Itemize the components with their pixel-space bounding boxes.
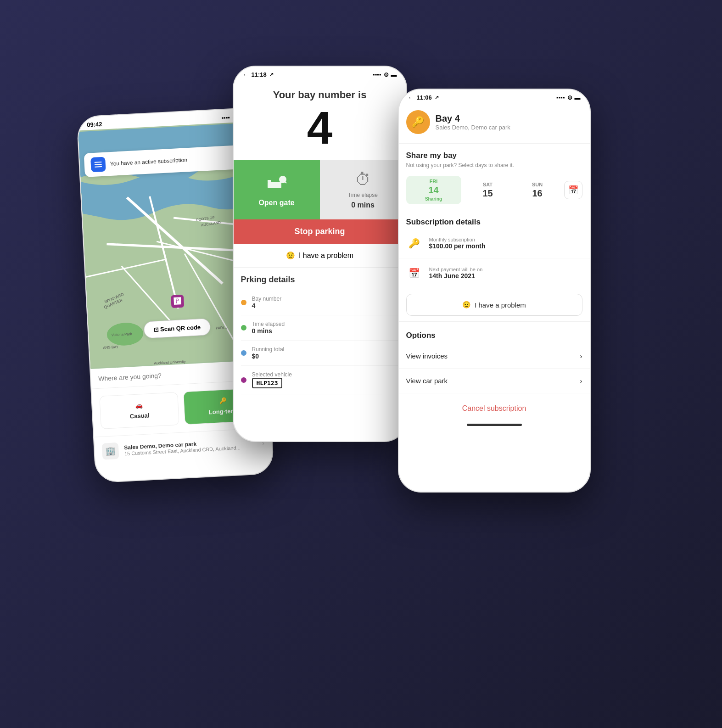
monthly-value: $100.00 per month xyxy=(429,242,486,250)
payment-label: Next payment will be on xyxy=(429,267,483,272)
view-car-park-item[interactable]: View car park › xyxy=(399,369,590,393)
fri-sharing: Sharing xyxy=(425,196,442,202)
total-value: $0 xyxy=(252,353,285,360)
subscription-details: Subscription details 🔑 Monthly subscript… xyxy=(399,212,590,288)
battery-right: ▬ xyxy=(575,94,581,101)
bay-number: 4 xyxy=(243,105,397,151)
location-info: Sales Demo, Demo car park 15 Customs Str… xyxy=(123,437,257,456)
detail-total: Running total $0 xyxy=(241,341,399,366)
day-sat[interactable]: SAT 15 xyxy=(465,182,511,199)
details-title: Prking details xyxy=(241,275,399,285)
scan-qr-button[interactable]: ⊡ Scan QR code xyxy=(143,318,211,339)
home-indicator xyxy=(467,424,522,426)
divider-1 xyxy=(399,143,590,144)
time-middle: 11:18 xyxy=(252,71,267,78)
building-icon: 🏢 xyxy=(101,442,119,460)
menu-line-3 xyxy=(95,166,102,168)
calendar-icon: 📅 xyxy=(568,185,578,195)
bay-label: Bay number xyxy=(252,296,282,302)
sun-number: 16 xyxy=(532,188,542,199)
signal-right: ▪▪▪▪ xyxy=(556,94,565,101)
problem-row-middle[interactable]: 😟 I have a problem xyxy=(234,244,406,268)
casual-label: Casual xyxy=(129,412,149,420)
time-elapsed-label: Time elapse xyxy=(348,192,378,198)
status-bar-right: ← 11:06 ↗ ▪▪▪▪ ⊜ ▬ xyxy=(399,90,590,103)
detail-bay: Bay number 4 xyxy=(241,290,399,315)
day-sun[interactable]: SUN 16 xyxy=(515,182,560,199)
problem-label-right: I have a problem xyxy=(475,301,526,309)
stop-parking-button[interactable]: Stop parking xyxy=(234,219,406,244)
stop-label: Stop parking xyxy=(294,227,345,236)
calendar-sub-icon: 📅 xyxy=(406,265,423,281)
menu-line-1 xyxy=(94,162,101,163)
divider-2 xyxy=(399,210,590,210)
details-section: Prking details Bay number 4 Time elapsed… xyxy=(234,268,406,402)
bay-info: Bay 4 Sales Demo, Demo car park xyxy=(436,113,510,131)
fri-number: 14 xyxy=(428,185,438,196)
wifi-right: ⊜ xyxy=(567,94,572,101)
share-title: Share my bay xyxy=(399,146,590,162)
key-icon: 🔑 xyxy=(219,397,227,404)
svg-text:🅿: 🅿 xyxy=(174,297,181,305)
back-arrow-middle[interactable]: ← xyxy=(243,71,249,78)
dot-bay xyxy=(241,300,246,305)
share-days: FRI 14 Sharing SAT 15 SUN 16 📅 xyxy=(399,172,590,208)
details-title-text: P xyxy=(241,275,246,284)
timer-icon: ⏱ xyxy=(355,170,371,189)
monthly-label: Monthly subscription xyxy=(429,237,486,242)
detail-vehicle: Selected vehicle HLP123 xyxy=(241,366,399,394)
time-elapsed-value: 0 mins xyxy=(351,201,375,209)
bay-info-sub: Sales Demo, Demo car park xyxy=(436,124,510,131)
status-bar-middle: ← 11:18 ↗ ▪▪▪▪ ⊜ ▬ xyxy=(234,67,406,80)
dot-time xyxy=(241,325,246,330)
signal-left: ▪▪▪▪ xyxy=(221,114,230,121)
battery-middle: ▬ xyxy=(391,71,397,78)
time-panel: ⏱ Time elapse 0 mins xyxy=(320,160,406,219)
bay-header: Your bay number is 4 xyxy=(234,80,406,160)
casual-option[interactable]: 🚗 Casual xyxy=(99,392,179,429)
sub-monthly: 🔑 Monthly subscription $100.00 per month xyxy=(399,229,590,258)
time-value2: 0 mins xyxy=(252,327,285,335)
sub-details-title: Subscription details xyxy=(399,212,590,229)
options-section: Options View invoices › View car park › xyxy=(399,324,590,397)
notification-text: You have an active subscription xyxy=(110,155,229,168)
back-arrow-right[interactable]: ← xyxy=(408,94,414,101)
actions-row: Open gate ⏱ Time elapse 0 mins xyxy=(234,160,406,219)
sub-payment: 📅 Next payment will be on 14th June 2021 xyxy=(399,258,590,288)
menu-button[interactable] xyxy=(90,157,106,173)
day-fri[interactable]: FRI 14 Sharing xyxy=(406,176,461,204)
detail-time: Time elapsed 0 mins xyxy=(241,315,399,341)
problem-button-right[interactable]: 😟 I have a problem xyxy=(406,294,582,316)
scan-icon: ⊡ xyxy=(153,326,159,333)
svg-line-27 xyxy=(285,181,286,183)
sat-label: SAT xyxy=(483,182,493,187)
sub-monthly-info: Monthly subscription $100.00 per month xyxy=(429,237,486,250)
svg-text:ANS BAY: ANS BAY xyxy=(103,345,119,350)
view-car-park-label: View car park xyxy=(406,377,448,385)
open-gate-label: Open gate xyxy=(258,199,294,207)
open-gate-button[interactable]: Open gate xyxy=(234,160,320,219)
search-input[interactable] xyxy=(98,367,246,382)
signal-middle: ▪▪▪▪ xyxy=(373,71,381,78)
options-title: Options xyxy=(399,327,590,344)
location-arrow-right: ↗ xyxy=(435,95,439,101)
chevron-invoices-icon: › xyxy=(580,352,582,360)
problem-label-middle: I have a problem xyxy=(299,252,353,260)
vehicle-plate: HLP123 xyxy=(252,378,283,388)
cancel-label: Cancel subscription xyxy=(462,404,526,412)
svg-rect-24 xyxy=(268,182,281,188)
calendar-button[interactable]: 📅 xyxy=(564,181,582,199)
vehicle-label: Selected vehicle xyxy=(252,371,292,378)
cancel-subscription-button[interactable]: Cancel subscription xyxy=(399,397,590,420)
view-invoices-item[interactable]: View invoices › xyxy=(399,344,590,369)
divider-3 xyxy=(399,321,590,322)
problem-icon-middle: 😟 xyxy=(286,251,295,260)
svg-rect-25 xyxy=(268,180,271,182)
sub-payment-info: Next payment will be on 14th June 2021 xyxy=(429,267,483,280)
car-icon: 🚗 xyxy=(135,402,143,409)
sub-header: 🔑 Bay 4 Sales Demo, Demo car park xyxy=(399,103,590,141)
gate-icon xyxy=(265,173,288,195)
details-title-rest: rking details xyxy=(246,275,295,284)
svg-text:PARI...: PARI... xyxy=(215,325,227,330)
view-invoices-label: View invoices xyxy=(406,352,448,360)
